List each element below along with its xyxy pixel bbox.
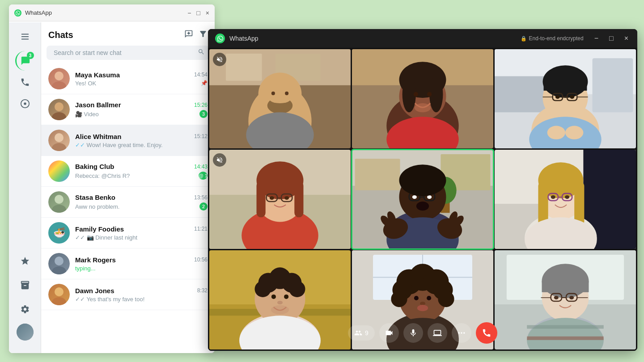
chat-list-area: Chats: [41, 22, 215, 353]
svg-rect-19: [226, 54, 262, 81]
avatar-mark: [48, 253, 70, 274]
svg-point-103: [565, 195, 569, 199]
chat-item-baking[interactable]: Baking Club 14:43 Rebecca: @Chris R? @ 1: [41, 156, 215, 187]
svg-point-136: [420, 302, 425, 305]
minimize-button[interactable]: −: [187, 9, 191, 17]
svg-point-137: [417, 305, 428, 311]
svg-point-37: [415, 103, 431, 112]
chat-preview: Yes! OK: [75, 80, 199, 87]
sidebar-item-chats[interactable]: 3: [15, 51, 35, 71]
svg-point-102: [551, 195, 555, 199]
chat-preview: typing...: [75, 265, 208, 272]
chat-item-mark[interactable]: Mark Rogers 10:56 typing...: [41, 248, 215, 279]
chat-item-family[interactable]: 🍜 Family Foodies 11:21 ✓✓ 📷 Dinner last …: [41, 218, 215, 248]
chat-name: Maya Kasuma: [75, 71, 120, 79]
chat-time: 13:56: [194, 194, 208, 201]
sidebar-item-calls[interactable]: [15, 72, 35, 92]
svg-point-115: [271, 295, 276, 299]
svg-rect-1: [21, 36, 29, 37]
unread-badge: 3: [199, 110, 208, 118]
svg-point-52: [555, 95, 560, 99]
svg-point-13: [55, 257, 64, 265]
sidebar-item-archived[interactable]: [15, 275, 35, 295]
video-cell-4: [209, 150, 351, 249]
svg-rect-145: [542, 281, 589, 292]
video-cell-7: [209, 250, 351, 349]
svg-rect-41: [593, 58, 633, 112]
svg-point-114: [289, 281, 305, 297]
sidebar-bottom: [15, 251, 35, 349]
chat-item-dawn[interactable]: Dawn Jones 8:32 ✓✓ Yes that's my fave to…: [41, 279, 215, 310]
encrypted-text: End-to-end endcrypted: [529, 35, 584, 42]
chat-preview: ✓✓ Yes that's my fave too!: [75, 296, 208, 303]
video-win-controls: − □ ×: [593, 34, 630, 43]
chat-item-stasa[interactable]: Stasa Benko 13:56 Aww no problem. 2: [41, 187, 215, 218]
video-cell-9: [495, 250, 636, 349]
chat-time: 10:56: [194, 257, 208, 263]
chat-info-baking: Baking Club 14:43 Rebecca: @Chris R? @ 1: [75, 163, 208, 180]
chat-time: 14:43: [194, 164, 208, 170]
chat-item-maya[interactable]: Maya Kasuma 14:54 Yes! OK 📌: [41, 63, 215, 94]
sidebar-item-menu[interactable]: [15, 27, 35, 46]
svg-point-80: [412, 195, 417, 199]
svg-point-24: [269, 94, 291, 103]
video-close-button[interactable]: ×: [623, 34, 630, 43]
avatar-maya: [48, 68, 70, 89]
share-screen-button[interactable]: [428, 323, 447, 343]
svg-point-116: [284, 295, 288, 299]
chat-info-maya: Maya Kasuma 14:54 Yes! OK 📌: [75, 71, 208, 87]
sidebar-item-settings[interactable]: [15, 299, 35, 319]
chat-name: Mark Rogers: [75, 256, 116, 264]
lock-icon: 🔒: [521, 36, 527, 42]
svg-rect-46: [544, 77, 587, 91]
svg-point-25: [271, 92, 275, 95]
main-window: WhatsApp − □ × 3: [9, 4, 215, 353]
whatsapp-logo: [215, 34, 225, 43]
video-minimize-button[interactable]: −: [593, 34, 600, 43]
chat-preview: 🎥 Video: [75, 111, 197, 118]
participants-button[interactable]: 9: [348, 325, 375, 341]
video-toggle-button[interactable]: [379, 323, 399, 343]
chat-time: 15:26: [194, 102, 208, 108]
filter-icon[interactable]: [199, 29, 208, 40]
sidebar-item-status[interactable]: [15, 94, 35, 114]
video-maximize-button[interactable]: □: [607, 34, 615, 43]
chat-info-stasa: Stasa Benko 13:56 Aww no problem. 2: [75, 194, 208, 210]
video-app-name: WhatsApp: [229, 35, 521, 42]
svg-point-113: [254, 281, 271, 297]
chat-item-alice[interactable]: Alice Whitman 15:12 ✓✓ Wow! Have great t…: [41, 125, 215, 156]
window-title: WhatsApp: [25, 9, 187, 16]
svg-point-82: [399, 164, 446, 196]
svg-point-68: [284, 196, 289, 200]
svg-rect-2: [21, 39, 29, 40]
svg-point-6: [52, 81, 66, 89]
svg-point-156: [458, 332, 459, 333]
user-avatar[interactable]: [17, 324, 34, 341]
end-call-button[interactable]: [476, 322, 497, 344]
search-input[interactable]: [47, 46, 209, 60]
chat-preview: ✓✓ 📷 Dinner last night: [75, 234, 208, 241]
video-call-window: WhatsApp 🔒 End-to-end endcrypted − □ ×: [208, 29, 637, 351]
unread-badge: @ 1: [199, 172, 208, 180]
mute-button[interactable]: [403, 323, 423, 343]
maximize-button[interactable]: □: [196, 9, 200, 17]
mute-indicator-1: [213, 53, 226, 66]
chat-item-jason[interactable]: Jason Ballmer 15:26 🎥 Video 3: [41, 94, 215, 125]
more-options-button[interactable]: [452, 323, 471, 343]
svg-point-15: [55, 287, 64, 296]
search-icon: [198, 48, 205, 57]
avatar-family: 🍜: [48, 222, 70, 244]
svg-point-53: [570, 95, 574, 99]
chat-time: 14:54: [194, 72, 208, 78]
close-button[interactable]: ×: [206, 9, 209, 17]
svg-point-158: [463, 332, 465, 333]
sidebar-item-starred[interactable]: [15, 251, 35, 271]
svg-point-14: [52, 266, 66, 274]
new-chat-icon[interactable]: [184, 29, 193, 40]
svg-point-55: [547, 126, 565, 139]
svg-point-133: [438, 291, 454, 307]
svg-point-10: [52, 143, 66, 151]
chat-time: 15:12: [194, 133, 208, 139]
video-grid: [208, 48, 637, 351]
svg-point-7: [55, 102, 64, 111]
